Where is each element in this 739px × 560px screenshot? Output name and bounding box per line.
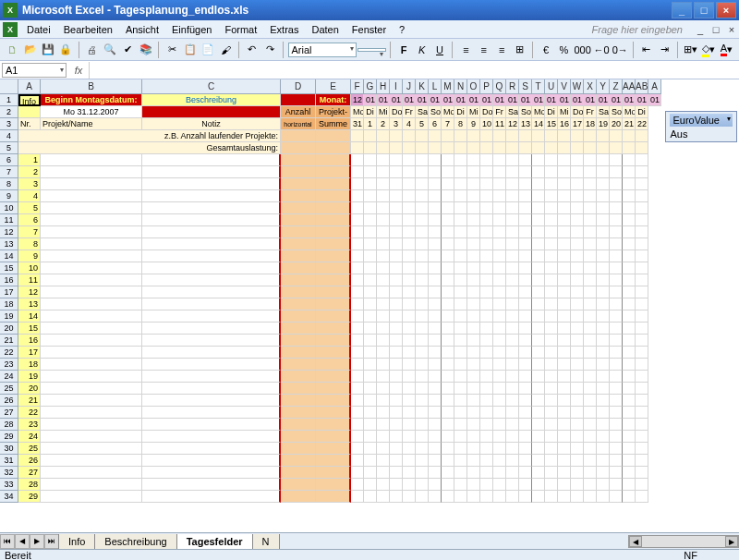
- cell[interactable]: [416, 274, 429, 286]
- cell[interactable]: [142, 310, 281, 323]
- cell[interactable]: [351, 383, 364, 395]
- cell[interactable]: [636, 310, 648, 323]
- cell[interactable]: [364, 190, 377, 202]
- cell[interactable]: [571, 431, 584, 443]
- cell[interactable]: 1: [18, 154, 41, 166]
- cell[interactable]: [454, 467, 467, 479]
- cell[interactable]: [623, 359, 636, 371]
- cell[interactable]: [377, 214, 390, 226]
- cell[interactable]: [623, 419, 636, 431]
- cell[interactable]: [584, 310, 597, 323]
- cell[interactable]: 23: [18, 419, 41, 431]
- cell[interactable]: [142, 491, 281, 503]
- cell[interactable]: 01: [623, 94, 636, 106]
- cell[interactable]: [377, 419, 390, 431]
- cell[interactable]: [506, 479, 519, 491]
- cell[interactable]: [636, 166, 648, 178]
- cell[interactable]: [364, 154, 377, 166]
- align-right-button[interactable]: ≡: [493, 41, 510, 59]
- cell[interactable]: [467, 383, 480, 395]
- cell[interactable]: [403, 323, 416, 335]
- cell[interactable]: [454, 250, 467, 262]
- cell[interactable]: Fr: [493, 106, 506, 118]
- cell[interactable]: [597, 298, 610, 310]
- cell[interactable]: [377, 359, 390, 371]
- cell[interactable]: [532, 238, 545, 250]
- cell[interactable]: [597, 202, 610, 214]
- cell[interactable]: [506, 431, 519, 443]
- cell[interactable]: [519, 238, 532, 250]
- cell[interactable]: [480, 479, 493, 491]
- cell[interactable]: [571, 214, 584, 226]
- cell[interactable]: Gesamtauslastung:: [18, 142, 281, 154]
- cell[interactable]: [429, 431, 442, 443]
- cell[interactable]: [390, 214, 403, 226]
- cell[interactable]: [142, 214, 281, 226]
- cell[interactable]: [41, 274, 142, 286]
- cell[interactable]: [584, 166, 597, 178]
- cell[interactable]: Mi: [467, 106, 480, 118]
- cell[interactable]: [403, 419, 416, 431]
- cell[interactable]: [416, 202, 429, 214]
- cell[interactable]: 4: [18, 190, 41, 202]
- cell[interactable]: [493, 166, 506, 178]
- cell[interactable]: [454, 335, 467, 347]
- cell[interactable]: [416, 286, 429, 298]
- cell-info[interactable]: Info: [18, 94, 41, 106]
- cell[interactable]: [558, 419, 571, 431]
- cell[interactable]: [545, 250, 558, 262]
- format-painter-button[interactable]: 🖌: [217, 41, 234, 59]
- decrease-indent-button[interactable]: ⇥: [656, 41, 672, 59]
- cell[interactable]: [597, 130, 610, 142]
- cell[interactable]: [493, 359, 506, 371]
- cell[interactable]: [442, 395, 454, 407]
- row-header-17[interactable]: 17: [0, 286, 18, 298]
- cell[interactable]: [532, 443, 545, 455]
- col-header-A[interactable]: A: [648, 79, 661, 94]
- cell[interactable]: [316, 383, 351, 395]
- col-header-Q[interactable]: Q: [493, 79, 506, 94]
- cell[interactable]: [377, 467, 390, 479]
- cell[interactable]: [429, 238, 442, 250]
- cell[interactable]: [364, 130, 377, 142]
- cell[interactable]: [571, 407, 584, 419]
- cell[interactable]: [364, 142, 377, 154]
- cell[interactable]: [519, 130, 532, 142]
- cell[interactable]: Fr: [403, 106, 416, 118]
- cell[interactable]: 01: [636, 94, 648, 106]
- cell[interactable]: [390, 359, 403, 371]
- cell[interactable]: [281, 250, 316, 262]
- cell[interactable]: [636, 467, 648, 479]
- cell[interactable]: [281, 238, 316, 250]
- cell[interactable]: [519, 154, 532, 166]
- currency-button[interactable]: €: [538, 41, 554, 59]
- cell[interactable]: [390, 467, 403, 479]
- cell[interactable]: Mi: [558, 106, 571, 118]
- cell[interactable]: [467, 407, 480, 419]
- cell[interactable]: [597, 431, 610, 443]
- cell[interactable]: [416, 166, 429, 178]
- cell[interactable]: [558, 130, 571, 142]
- cell[interactable]: [493, 455, 506, 467]
- cell[interactable]: [545, 395, 558, 407]
- cell[interactable]: [519, 335, 532, 347]
- cell[interactable]: 01: [545, 94, 558, 106]
- cell[interactable]: [454, 274, 467, 286]
- cell[interactable]: [480, 142, 493, 154]
- cell[interactable]: [480, 347, 493, 359]
- cell[interactable]: [454, 142, 467, 154]
- cell[interactable]: [364, 298, 377, 310]
- cell[interactable]: [442, 491, 454, 503]
- cell[interactable]: [467, 467, 480, 479]
- cell[interactable]: [316, 178, 351, 190]
- cell[interactable]: [403, 347, 416, 359]
- cell[interactable]: [506, 395, 519, 407]
- cell[interactable]: [316, 166, 351, 178]
- cell[interactable]: [597, 142, 610, 154]
- cell[interactable]: Mo: [623, 106, 636, 118]
- cell[interactable]: [480, 455, 493, 467]
- cell[interactable]: [610, 142, 623, 154]
- cell[interactable]: [142, 250, 281, 262]
- cell[interactable]: [623, 190, 636, 202]
- cell[interactable]: [532, 359, 545, 371]
